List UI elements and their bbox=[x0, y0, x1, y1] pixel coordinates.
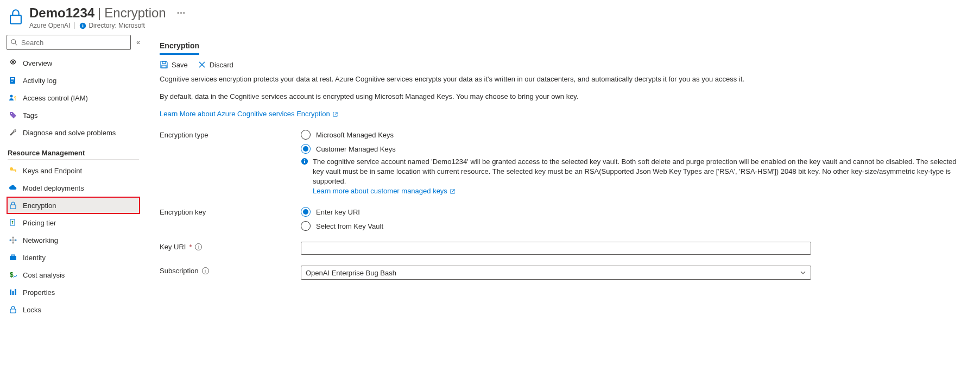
wrench-icon bbox=[9, 128, 17, 137]
sidebar-item-locks[interactable]: Locks bbox=[7, 301, 140, 318]
tab-encryption[interactable]: Encryption bbox=[160, 38, 199, 55]
sidebar-item-label: Model deployments bbox=[23, 184, 84, 192]
tab-bar: Encryption bbox=[160, 38, 967, 55]
lock-icon bbox=[7, 8, 25, 26]
save-button[interactable]: Save bbox=[160, 60, 188, 69]
radio-label: Microsoft Managed Keys bbox=[316, 131, 394, 139]
svg-rect-8 bbox=[11, 80, 14, 80]
sidebar-item-model-deployments[interactable]: Model deployments bbox=[7, 179, 140, 197]
key-uri-input[interactable] bbox=[301, 242, 811, 255]
chevron-down-icon bbox=[800, 269, 806, 276]
radio-enter-key-uri[interactable]: Enter key URI bbox=[301, 207, 963, 217]
svg-rect-7 bbox=[11, 78, 14, 79]
sidebar-item-label: Cost analysis bbox=[23, 271, 65, 279]
page-header: Demo1234 | Encryption ··· Azure OpenAI D… bbox=[0, 0, 980, 32]
sidebar-item-label: Overview bbox=[23, 59, 52, 67]
info-icon[interactable]: i bbox=[195, 243, 202, 250]
sidebar-item-networking[interactable]: Networking bbox=[7, 231, 140, 249]
discard-icon bbox=[198, 60, 206, 69]
info-icon bbox=[301, 158, 308, 165]
radio-icon bbox=[301, 130, 311, 140]
sidebar-item-pricing-tier[interactable]: Pricing tier bbox=[7, 214, 140, 231]
subscription-value: OpenAI Enterprise Bug Bash bbox=[306, 269, 396, 277]
overview-icon bbox=[9, 59, 17, 67]
dollar-icon: $ bbox=[9, 271, 17, 279]
search-box[interactable] bbox=[7, 35, 131, 50]
toolbar: Save Discard bbox=[160, 60, 967, 69]
svg-rect-26 bbox=[11, 255, 15, 256]
svg-point-13 bbox=[11, 113, 12, 114]
collapse-sidebar-icon[interactable]: « bbox=[136, 39, 140, 46]
encryption-type-label: Encryption type bbox=[160, 130, 301, 139]
resource-name: Demo1234 bbox=[29, 5, 94, 21]
sidebar-item-label: Identity bbox=[23, 254, 46, 262]
svg-rect-31 bbox=[10, 309, 16, 313]
sidebar-item-label: Locks bbox=[23, 306, 41, 314]
briefcase-icon bbox=[9, 253, 17, 262]
radio-customer-managed-keys[interactable]: Customer Managed Keys bbox=[301, 144, 963, 154]
sidebar-item-keys-endpoint[interactable]: Keys and Endpoint bbox=[7, 162, 140, 179]
radio-icon bbox=[301, 221, 311, 231]
network-icon bbox=[9, 236, 17, 244]
sidebar-item-label: Pricing tier bbox=[23, 219, 56, 227]
external-link-icon bbox=[450, 188, 456, 194]
svg-rect-15 bbox=[12, 169, 16, 171]
encryption-key-label: Encryption key bbox=[160, 207, 301, 216]
subscription-select[interactable]: OpenAI Enterprise Bug Bash bbox=[301, 266, 811, 280]
resource-type: Azure OpenAI bbox=[29, 22, 70, 29]
external-link-icon bbox=[332, 111, 338, 117]
sidebar-item-label: Networking bbox=[23, 236, 58, 244]
save-icon bbox=[160, 60, 168, 69]
radio-select-key-vault[interactable]: Select from Key Vault bbox=[301, 221, 963, 231]
more-actions[interactable]: ··· bbox=[177, 5, 186, 21]
info-icon bbox=[79, 22, 86, 29]
sidebar-item-overview[interactable]: Overview bbox=[7, 54, 140, 72]
subscription-label: Subscription bbox=[160, 267, 199, 275]
svg-rect-25 bbox=[10, 256, 16, 260]
sidebar-item-diagnose[interactable]: Diagnose and solve problems bbox=[7, 124, 140, 141]
svg-rect-37 bbox=[304, 161, 305, 163]
learn-more-cmk-link[interactable]: Learn more about customer managed keys bbox=[313, 186, 456, 196]
radio-icon bbox=[301, 207, 311, 217]
save-label: Save bbox=[172, 61, 188, 69]
svg-point-4 bbox=[11, 40, 16, 44]
sidebar-item-tags[interactable]: Tags bbox=[7, 106, 140, 124]
key-icon bbox=[9, 166, 17, 175]
learn-more-encryption-link[interactable]: Learn More about Azure Cognitive service… bbox=[160, 109, 338, 119]
radio-label: Customer Managed Keys bbox=[316, 145, 396, 153]
sidebar-item-access-control[interactable]: Access control (IAM) bbox=[7, 89, 140, 106]
discard-button[interactable]: Discard bbox=[198, 60, 233, 69]
cmk-info-block: The cognitive service account named 'Dem… bbox=[301, 157, 958, 196]
sidebar-item-label: Activity log bbox=[23, 77, 56, 85]
required-asterisk: * bbox=[189, 243, 192, 251]
svg-rect-28 bbox=[10, 290, 11, 295]
svg-point-10 bbox=[10, 95, 13, 98]
svg-rect-30 bbox=[15, 289, 16, 295]
bars-icon bbox=[9, 288, 17, 297]
svg-rect-32 bbox=[162, 61, 166, 64]
page-name: Encryption bbox=[104, 5, 166, 21]
lock-outline-icon bbox=[9, 305, 17, 314]
sidebar-item-label: Properties bbox=[23, 288, 55, 297]
radio-microsoft-managed-keys[interactable]: Microsoft Managed Keys bbox=[301, 130, 963, 140]
subscription-row: Subscription i OpenAI Enterprise Bug Bas… bbox=[160, 266, 967, 280]
sidebar-item-activity-log[interactable]: Activity log bbox=[7, 72, 140, 89]
directory-label: Directory: Microsoft bbox=[88, 22, 144, 29]
discard-label: Discard bbox=[210, 61, 233, 69]
sidebar-item-properties[interactable]: Properties bbox=[7, 284, 140, 301]
sidebar-item-cost-analysis[interactable]: $ Cost analysis bbox=[7, 266, 140, 284]
log-icon bbox=[9, 76, 17, 85]
svg-rect-17 bbox=[10, 205, 16, 209]
key-uri-label: Key URI bbox=[160, 243, 186, 251]
search-icon bbox=[10, 39, 18, 46]
sidebar-item-encryption[interactable]: Encryption bbox=[7, 197, 140, 214]
sidebar-item-label: Diagnose and solve problems bbox=[23, 129, 116, 137]
search-input[interactable] bbox=[21, 39, 127, 47]
svg-rect-0 bbox=[10, 15, 21, 24]
description-1: Cognitive services encryption protects y… bbox=[160, 74, 967, 84]
sidebar-item-identity[interactable]: Identity bbox=[7, 249, 140, 266]
main-content: Encryption Save Discard Cognitive servic… bbox=[147, 32, 980, 318]
encryption-type-row: Encryption type Microsoft Managed Keys C… bbox=[160, 130, 967, 196]
info-icon[interactable]: i bbox=[202, 267, 209, 274]
svg-point-11 bbox=[15, 97, 16, 98]
